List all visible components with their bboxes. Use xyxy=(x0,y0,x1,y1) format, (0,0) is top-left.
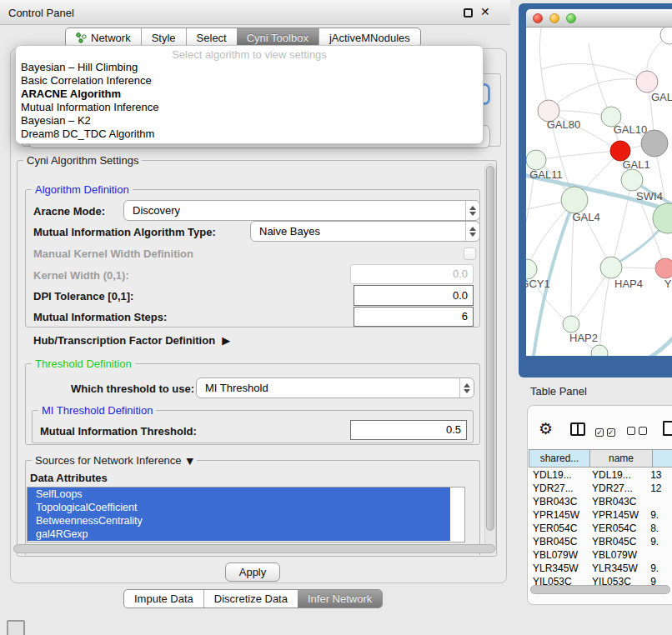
tab-infer-network-label: Infer Network xyxy=(308,592,372,605)
zoom-window-icon[interactable] xyxy=(566,13,576,23)
mi-threshold-field[interactable]: 0.5 xyxy=(350,420,467,440)
settings-hscrollbar[interactable] xyxy=(13,544,495,553)
stepper-icon xyxy=(465,201,479,220)
mi-threshold-label: Mutual Information Threshold: xyxy=(40,425,197,438)
network-node[interactable] xyxy=(600,257,622,278)
table-row[interactable]: YBR045CYBR045C9. xyxy=(529,535,672,548)
dpi-tolerance-field[interactable]: 0.0 xyxy=(354,285,474,306)
algorithm-option[interactable]: Bayesian – Hill Climbing xyxy=(16,61,483,74)
stepper-icon xyxy=(465,222,479,241)
kernel-width-field[interactable]: 0.0 xyxy=(350,264,474,284)
tab-jactivemnodules[interactable]: jActiveMNodules xyxy=(318,28,420,47)
tab-cyni-toolbox[interactable]: Cyni Toolbox xyxy=(237,28,318,47)
tab-infer-network[interactable]: Infer Network xyxy=(298,590,382,608)
aracne-mode-value: Discovery xyxy=(124,204,465,217)
svg-text:GAL11: GAL11 xyxy=(529,168,563,181)
hub-definition-disclosure[interactable]: Hub/Transcription Factor Definition▶ xyxy=(33,334,230,347)
network-node[interactable] xyxy=(561,187,588,213)
table-row[interactable]: YDR27...YDR27...12 xyxy=(529,482,672,495)
sources-disclosure[interactable]: Sources for Network Inference▼ xyxy=(32,454,197,467)
which-threshold-combobox[interactable]: MI Threshold xyxy=(196,378,474,398)
network-node[interactable] xyxy=(636,71,658,92)
network-node[interactable] xyxy=(526,150,546,170)
table-row[interactable]: YLR345WYLR345W9. xyxy=(529,562,672,575)
table-row[interactable]: YDL19...YDL19...13 xyxy=(529,468,672,482)
table-row[interactable]: YER054CYER054C8. xyxy=(529,522,672,535)
algorithm-option[interactable]: Basic Correlation Inference xyxy=(16,74,483,88)
network-window-titlebar[interactable] xyxy=(526,9,672,28)
tab-style[interactable]: Style xyxy=(141,28,186,47)
algorithm-option[interactable]: Bayesian – K2 xyxy=(16,114,483,128)
tab-cyni-toolbox-label: Cyni Toolbox xyxy=(247,32,308,44)
algorithm-option-selected[interactable]: ARACNE Algorithm xyxy=(16,88,483,101)
mi-threshold-title: MI Threshold Definition xyxy=(38,404,156,417)
tab-style-label: Style xyxy=(152,32,176,44)
apply-button[interactable]: Apply xyxy=(225,562,280,582)
svg-text:HAP4: HAP4 xyxy=(614,278,643,290)
algorithm-option[interactable]: Mutual Information Inference xyxy=(16,101,483,114)
tab-impute-data-label: Impute Data xyxy=(134,592,193,605)
table-row[interactable]: YPR145WYPR145W9. xyxy=(529,508,672,522)
settings-scrollbar-thumb[interactable] xyxy=(486,166,494,531)
close-window-icon[interactable] xyxy=(533,13,543,23)
column-header-shared[interactable]: shared... xyxy=(529,449,590,468)
list-item-selected[interactable]: gal4RGexp xyxy=(28,528,450,541)
network-node[interactable] xyxy=(660,28,672,44)
minimize-window-icon[interactable] xyxy=(549,13,559,23)
network-node[interactable] xyxy=(591,345,608,356)
mi-steps-field[interactable]: 6 xyxy=(354,307,474,327)
aracne-mode-label: Aracne Mode: xyxy=(33,205,105,218)
column-header-name[interactable]: name xyxy=(590,449,653,468)
gear-icon[interactable]: ⚙ xyxy=(539,419,553,438)
select-all-columns-icon[interactable]: ✓ ✓ xyxy=(595,425,615,438)
algorithm-definition-title: Algorithm Definition xyxy=(32,183,133,196)
deselect-all-columns-icon[interactable] xyxy=(627,425,647,438)
control-panel-titlebar: Control Panel ✕ xyxy=(0,0,510,25)
cyni-settings-title: Cyni Algorithm Settings xyxy=(23,154,142,167)
hub-definition-label: Hub/Transcription Factor Definition xyxy=(33,334,215,347)
bottom-tabbar: Impute Data Discretize Data Infer Networ… xyxy=(123,589,383,608)
svg-text:GAL80: GAL80 xyxy=(547,118,580,131)
svg-text:HAP2: HAP2 xyxy=(569,332,598,344)
tab-network-label: Network xyxy=(91,32,131,44)
columns-icon[interactable] xyxy=(570,422,585,436)
table-row[interactable]: YBR043CYBR043C xyxy=(529,495,672,508)
list-item-selected[interactable]: BetweennessCentrality xyxy=(28,514,450,528)
tab-select[interactable]: Select xyxy=(186,28,237,47)
minimized-panel-icon[interactable] xyxy=(7,620,25,635)
table-row[interactable]: YIL053CYIL053C9 xyxy=(529,575,672,585)
manual-kernel-label: Manual Kernel Width Definition xyxy=(33,248,193,260)
network-node[interactable] xyxy=(621,169,643,191)
network-node[interactable] xyxy=(526,259,537,279)
kernel-width-label: Kernel Width (0,1): xyxy=(33,269,129,282)
data-attributes-label: Data Attributes xyxy=(30,472,108,484)
mi-steps-label: Mutual Information Steps: xyxy=(33,311,167,323)
aracne-mode-combobox[interactable]: Discovery xyxy=(123,200,480,221)
tab-discretize-data[interactable]: Discretize Data xyxy=(203,590,298,608)
manual-kernel-checkbox[interactable] xyxy=(464,248,476,260)
column-header-partial[interactable] xyxy=(653,449,672,468)
tab-impute-data[interactable]: Impute Data xyxy=(124,590,203,608)
float-window-icon[interactable] xyxy=(464,8,473,18)
algorithm-popup: Select algorithm to view settings Bayesi… xyxy=(15,45,484,144)
tab-select-label: Select xyxy=(197,32,227,44)
network-node[interactable] xyxy=(655,258,672,278)
tab-discretize-data-label: Discretize Data xyxy=(214,592,288,605)
mi-type-combobox[interactable]: Naive Bayes xyxy=(250,221,480,242)
close-icon[interactable]: ✕ xyxy=(480,5,490,18)
network-node[interactable] xyxy=(563,316,579,332)
dpi-tolerance-label: DPI Tolerance [0,1]: xyxy=(33,290,133,302)
tab-network[interactable]: Network xyxy=(66,28,141,47)
algorithm-option[interactable]: Dream8 DC_TDC Algorithm xyxy=(16,128,483,141)
svg-text:GAL: GAL xyxy=(651,91,672,103)
table-row[interactable]: YBL079WYBL079W xyxy=(529,548,672,562)
list-item-selected[interactable]: SelfLoops xyxy=(28,488,450,501)
collapse-arrow-icon: ▼ xyxy=(187,456,193,467)
network-node-labels: GAL GAL80 GAL10 GAL1 GAL11 SWI4 GAL4 GCY… xyxy=(526,91,672,344)
table-hscrollbar[interactable] xyxy=(530,585,670,594)
svg-text:GAL1: GAL1 xyxy=(622,158,649,171)
new-table-icon[interactable] xyxy=(663,421,672,436)
network-view[interactable]: GAL GAL80 GAL10 GAL1 GAL11 SWI4 GAL4 GCY… xyxy=(526,28,672,356)
list-item-selected[interactable]: TopologicalCoefficient xyxy=(28,501,450,514)
expand-arrow-icon: ▶ xyxy=(222,334,230,347)
